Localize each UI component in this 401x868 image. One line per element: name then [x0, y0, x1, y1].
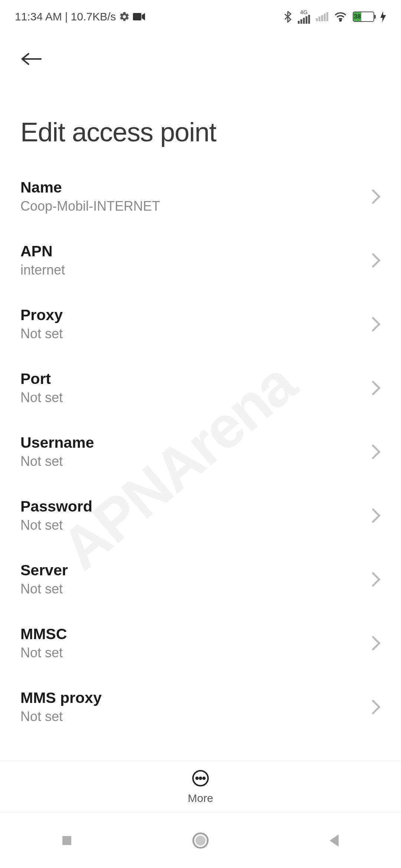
chevron-right-icon [372, 444, 381, 459]
svg-point-5 [199, 777, 201, 779]
setting-row-server[interactable]: Server Not set [20, 549, 381, 612]
setting-label: Username [20, 434, 94, 451]
svg-rect-7 [62, 836, 71, 845]
setting-label: Password [20, 498, 92, 515]
back-button[interactable] [20, 48, 43, 70]
status-left: 11:34 AM | 10.7KB/s [15, 10, 146, 23]
bluetooth-icon [284, 11, 292, 23]
status-time: 11:34 AM [15, 10, 62, 23]
status-net-speed: 10.7KB/s [71, 10, 116, 23]
status-bar: 11:34 AM | 10.7KB/s 4G 38 [0, 0, 401, 27]
setting-value: Not set [20, 517, 92, 533]
setting-value: internet [20, 262, 65, 278]
chevron-right-icon [372, 381, 381, 395]
setting-value: Not set [20, 709, 102, 724]
camera-icon [133, 12, 146, 21]
setting-label: Name [20, 179, 160, 196]
chevron-right-icon [372, 700, 381, 714]
svg-point-6 [203, 777, 205, 779]
setting-row-mms-proxy[interactable]: MMS proxy Not set [20, 676, 381, 740]
settings-icon [119, 11, 130, 22]
signal-bars-1 [298, 15, 310, 24]
charging-icon [380, 11, 386, 22]
triangle-back-icon [327, 833, 341, 848]
nav-home-button[interactable] [189, 829, 212, 852]
setting-row-apn[interactable]: APN internet [20, 230, 381, 293]
chevron-right-icon [372, 508, 381, 523]
circle-icon [192, 832, 209, 849]
page-title: Edit access point [20, 117, 401, 147]
setting-row-name[interactable]: Name Coop-Mobil-INTERNET [20, 166, 381, 230]
setting-value: Not set [20, 454, 94, 469]
svg-point-4 [196, 777, 198, 779]
setting-value: Not set [20, 326, 63, 342]
setting-label: Server [20, 562, 68, 579]
setting-value: Not set [20, 581, 68, 597]
setting-label: MMS proxy [20, 689, 102, 707]
setting-label: Port [20, 370, 63, 388]
chevron-right-icon [372, 253, 381, 268]
svg-point-1 [340, 20, 341, 21]
setting-label: Proxy [20, 306, 63, 324]
more-label: More [188, 792, 213, 805]
wifi-icon [334, 12, 347, 22]
setting-label: MMSC [20, 625, 67, 643]
chevron-right-icon [372, 189, 381, 204]
setting-value: Not set [20, 645, 67, 661]
chevron-right-icon [372, 317, 381, 332]
settings-list: Name Coop-Mobil-INTERNET APN internet Pr… [0, 166, 401, 740]
back-arrow-icon [21, 52, 42, 66]
system-nav-bar [0, 812, 401, 868]
svg-point-9 [196, 835, 206, 845]
nav-back-button[interactable] [323, 829, 345, 852]
chevron-right-icon [372, 636, 381, 651]
status-right: 4G 38 [284, 9, 386, 24]
chevron-right-icon [372, 572, 381, 587]
setting-value: Not set [20, 390, 63, 405]
signal-4g: 4G [298, 9, 310, 24]
setting-row-port[interactable]: Port Not set [20, 357, 381, 421]
setting-row-username[interactable]: Username Not set [20, 421, 381, 485]
bottom-toolbar: More [0, 760, 401, 812]
setting-row-proxy[interactable]: Proxy Not set [20, 293, 381, 357]
square-icon [60, 834, 74, 847]
setting-row-mmsc[interactable]: MMSC Not set [20, 612, 381, 676]
svg-rect-0 [133, 13, 141, 20]
signal-bars-2 [316, 12, 328, 21]
setting-label: APN [20, 243, 65, 260]
setting-value: Coop-Mobil-INTERNET [20, 198, 160, 214]
more-icon [191, 769, 210, 788]
more-button[interactable]: More [188, 769, 213, 805]
nav-recents-button[interactable] [56, 829, 78, 852]
battery-icon: 38 [353, 11, 374, 22]
battery-percent: 38 [353, 12, 361, 21]
setting-row-password[interactable]: Password Not set [20, 485, 381, 549]
